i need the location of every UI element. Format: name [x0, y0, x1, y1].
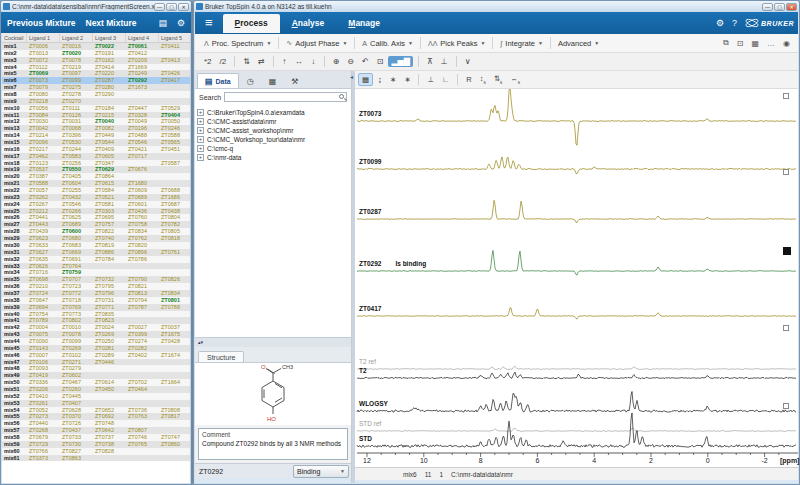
settings-gear-icon[interactable]: ⚙ — [177, 18, 185, 28]
ligand-cell[interactable]: ZT0602 — [60, 372, 93, 379]
table-row[interactable]: mix10ZT0056ZT0111ZT0184ZT0447ZT0529 — [2, 105, 190, 112]
ligand-cell[interactable] — [159, 317, 190, 324]
ligand-cell[interactable] — [159, 420, 190, 427]
ligand-cell[interactable]: ZT0261 — [27, 400, 60, 407]
ligand-cell[interactable]: ZT0587 — [159, 160, 190, 167]
ligand-cell[interactable]: ZT0794 — [126, 297, 159, 304]
ligand-cell[interactable]: ZT0763 — [126, 413, 159, 420]
ligand-cell[interactable]: ZT0269 — [60, 345, 93, 352]
ligand-cell[interactable]: ZT0102 — [60, 352, 93, 359]
table-row[interactable]: mix16ZT0217ZT0244ZT0409ZT0421ZT0451 — [2, 146, 190, 153]
ligand-cell[interactable]: ZT0010 — [60, 324, 93, 331]
tab-history[interactable]: ◷ — [240, 74, 261, 88]
ligand-cell[interactable]: ZT0249 — [126, 70, 159, 77]
ligand-cell[interactable]: ZT0191 — [93, 50, 126, 57]
ligand-cell[interactable]: ZT0449 — [93, 132, 126, 139]
ligand-cell[interactable]: ZT0692 — [93, 413, 126, 420]
table-row[interactable]: mix50ZT0336ZT0467ZT0614ZT0702ZT1664 — [2, 379, 190, 386]
calib-axis-menu[interactable]: ACalib. Axis▼ — [357, 37, 418, 50]
ligand-cell[interactable]: ZT0795 — [93, 283, 126, 290]
table-row[interactable]: mix41ZT0789ZT0802ZT0823 — [2, 317, 190, 324]
ligand-cell[interactable] — [159, 311, 190, 318]
spectrum-marker[interactable] — [783, 325, 789, 331]
ligand-cell[interactable]: ZT1674 — [159, 352, 190, 359]
undo-zoom-button[interactable]: ↶ — [359, 56, 372, 67]
ligand-cell[interactable]: ZT0828 — [93, 448, 126, 455]
ligand-cell[interactable] — [159, 256, 190, 263]
ligand-cell[interactable]: ZT0773 — [60, 311, 93, 318]
ligand-cell[interactable]: ZT0740 — [93, 235, 126, 242]
ligand-cell[interactable] — [93, 269, 126, 276]
ligand-cell[interactable]: ZT0623 — [27, 235, 60, 242]
ligand-cell[interactable] — [126, 448, 159, 455]
tab-manage[interactable]: Manage — [336, 14, 392, 33]
ligand-cell[interactable] — [159, 263, 190, 270]
expand-icon[interactable]: + — [197, 154, 204, 161]
overlay-button[interactable]: ⊼ — [424, 56, 436, 67]
table-row[interactable]: mix6ZT0073ZT0099ZT0287ZT0292ZT0417 — [2, 77, 190, 84]
baseline-button[interactable]: ⊥ — [438, 56, 451, 67]
tree-item[interactable]: +C:\nmr-data — [197, 153, 349, 162]
ligand-cell[interactable]: ZT0746 — [126, 434, 159, 441]
ts-minimize-button[interactable]: — — [762, 3, 773, 11]
ligand-cell[interactable]: ZT0537 — [27, 166, 60, 173]
panel-splitter[interactable]: ▴▾ — [195, 337, 351, 347]
ligand-cell[interactable]: ZT0409 — [93, 146, 126, 153]
ligand-cell[interactable] — [159, 427, 190, 434]
ligand-cell[interactable]: ZT0628 — [60, 407, 93, 414]
ligand-cell[interactable] — [159, 180, 190, 187]
ligand-cell[interactable]: ZT0834 — [126, 228, 159, 235]
ligand-cell[interactable]: ZT0436 — [126, 208, 159, 215]
ligand-cell[interactable]: ZT0796 — [93, 290, 126, 297]
more-tools-icon[interactable]: … — [763, 39, 779, 48]
tree-item[interactable]: +C:\CMC-assist_workshop\nmr — [197, 126, 349, 135]
ligand-cell[interactable]: ZT0736 — [126, 407, 159, 414]
shift-all-horizontal-icon[interactable]: ↔s — [507, 73, 523, 86]
ligand-cell[interactable]: ZT0405 — [60, 173, 93, 180]
ligand-cell[interactable]: ZT0864 — [93, 173, 126, 180]
ligand-cell[interactable]: ZT0256 — [60, 160, 93, 167]
ts-maximize-button[interactable]: ▢ — [774, 3, 785, 11]
ligand-cell[interactable]: ZT0220 — [93, 70, 126, 77]
ligand-cell[interactable] — [126, 372, 159, 379]
ligand-cell[interactable]: ZT0079 — [27, 84, 60, 91]
ligand-cell[interactable]: ZT0788 — [159, 304, 190, 311]
ligand-cell[interactable]: ZT0688 — [159, 187, 190, 194]
ligand-cell[interactable]: ZT0271 — [60, 359, 93, 366]
ligand-cell[interactable]: ZT0821 — [126, 283, 159, 290]
zoom-out-button[interactable]: ⊖ — [344, 56, 357, 67]
ligand-cell[interactable]: ZT0451 — [159, 146, 190, 153]
ligand-cell[interactable]: ZT0196 — [126, 125, 159, 132]
ligand-cell[interactable]: ZT0399 — [126, 331, 159, 338]
table-row[interactable]: mix20ZT0387ZT0405ZT0864 — [2, 173, 190, 180]
table-row[interactable]: mix11ZT0084ZT0126ZT0215ZT0328ZT0404 — [2, 112, 190, 119]
ligand-cell[interactable] — [93, 400, 126, 407]
table-row[interactable]: mix12ZT0030ZT0031ZT0040ZT0049ZT0050 — [2, 118, 190, 125]
ligand-cell[interactable]: ZT0726 — [60, 420, 93, 427]
ligand-cell[interactable]: ZT0717 — [126, 153, 159, 160]
table-row[interactable]: mix44ZT0090ZT0099ZT0250ZT0274ZT0428 — [2, 338, 190, 345]
ligand-cell[interactable]: ZT0754 — [27, 311, 60, 318]
ligand-cell[interactable]: ZT0075 — [27, 331, 60, 338]
ligand-cell[interactable] — [126, 269, 159, 276]
ligand-cell[interactable] — [159, 372, 190, 379]
expand-horizontal-button[interactable]: ↔ — [292, 56, 306, 67]
ligand-cell[interactable]: ZT0414 — [93, 64, 126, 71]
comment-box[interactable]: Comment Compound ZT0292 binds by all 3 N… — [198, 428, 348, 460]
ligand-cell[interactable] — [126, 317, 159, 324]
table-row[interactable]: mix42ZT0004ZT0010ZT0024ZT0027ZT0037 — [2, 324, 190, 331]
table-row[interactable]: mix19ZT0537ZT0550ZT0629ZT0676 — [2, 166, 190, 173]
ligand-cell[interactable]: ZT0488 — [126, 132, 159, 139]
ligand-cell[interactable]: ZT0093 — [27, 365, 60, 372]
shift-horizontal-button[interactable]: ⇄ — [255, 56, 268, 67]
ligand-cell[interactable]: ZT0687 — [159, 201, 190, 208]
table-row[interactable]: mix7ZT0079ZT0275ZT0280ZT1673 — [2, 84, 190, 91]
ligand-cell[interactable]: ZT0106 — [27, 359, 60, 366]
ligand-cell[interactable]: ZT0604 — [60, 180, 93, 187]
ligand-cell[interactable]: ZT0289 — [93, 352, 126, 359]
preferences-gear-icon[interactable]: ⚙ — [716, 18, 724, 28]
ligand-cell[interactable]: ZT0445 — [60, 393, 93, 400]
ligand-cell[interactable]: ZT0270 — [60, 98, 93, 105]
tree-item[interactable]: +C:\Bruker\TopSpin4.0.a\examdata — [197, 108, 349, 117]
ligand-cell[interactable]: ZT0629 — [93, 166, 126, 173]
